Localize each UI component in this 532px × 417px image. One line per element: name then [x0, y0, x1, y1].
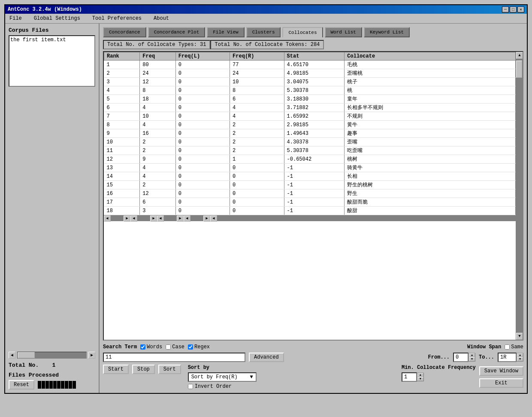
freql-hscroll[interactable] — [164, 216, 177, 221]
table-row[interactable]: 8 4 0 2 2.98185 黄牛 — [104, 121, 516, 129]
cell-stat: 5.30378 — [284, 146, 345, 155]
freqr-hscroll[interactable] — [190, 216, 203, 221]
sort-dropdown[interactable]: Sort by Freq(R) ▼ — [188, 372, 257, 382]
hscroll-r3[interactable]: ► — [177, 216, 184, 222]
menu-about[interactable]: About — [151, 15, 172, 22]
scroll-right-arrow[interactable]: ► — [88, 352, 95, 359]
table-row[interactable]: 11 2 0 2 5.30378 吃歪嘴 — [104, 146, 516, 155]
hscroll-r4[interactable]: ► — [203, 216, 210, 222]
from-up-arrow[interactable]: ▲ — [469, 353, 475, 357]
invert-checkbox[interactable] — [188, 384, 193, 389]
regex-checkbox-label[interactable]: Regex — [188, 344, 210, 350]
hscroll-r1[interactable]: ► — [124, 216, 130, 222]
from-down-arrow[interactable]: ▼ — [469, 357, 475, 361]
hscroll-l4[interactable]: ◄ — [184, 216, 190, 222]
cell-stat: -1 — [284, 198, 345, 207]
hscroll-l3[interactable]: ◄ — [157, 216, 164, 222]
hscroll-left[interactable]: ◄ — [104, 216, 111, 222]
cell-freq-r: 4 — [230, 103, 284, 112]
table-row[interactable]: 17 6 0 0 -1 酸甜而脆 — [104, 198, 516, 207]
stop-button[interactable]: Stop — [132, 365, 155, 374]
minimize-button[interactable]: ─ — [502, 6, 509, 12]
sort-button[interactable]: Sort — [158, 365, 181, 374]
table-row[interactable]: 15 2 0 0 -1 野生的桃树 — [104, 181, 516, 189]
progress-seg-2 — [42, 381, 45, 389]
table-row[interactable]: 13 4 0 0 -1 骑黄牛 — [104, 164, 516, 172]
to-up-arrow[interactable]: ▲ — [517, 353, 523, 357]
table-row[interactable]: 10 2 0 2 4.30378 歪嘴 — [104, 138, 516, 146]
list-item[interactable]: the first item.txt — [10, 37, 94, 43]
regex-checkbox[interactable] — [188, 344, 193, 350]
cell-rank: 2 — [104, 69, 140, 78]
same-checkbox-label[interactable]: Same — [505, 344, 523, 350]
min-collocate-input[interactable] — [402, 372, 417, 382]
words-checkbox[interactable] — [140, 344, 145, 350]
tab-file-view[interactable]: File View — [207, 27, 244, 37]
scroll-track[interactable] — [17, 352, 87, 359]
col-header-freq-l: Freq(L) — [175, 52, 230, 61]
rank-hscroll[interactable] — [111, 216, 124, 221]
vscroll-down[interactable]: ▼ — [516, 333, 523, 340]
hscroll-r2[interactable]: ► — [150, 216, 157, 222]
hscroll-l5[interactable]: ◄ — [210, 216, 217, 222]
words-checkbox-label[interactable]: Words — [140, 344, 162, 350]
min-collocate-label: Min. Collocate Frequency — [402, 365, 476, 371]
advanced-button[interactable]: Advanced — [249, 353, 284, 362]
table-row[interactable]: 4 8 0 8 5.30378 桃 — [104, 86, 516, 95]
progress-seg-1 — [38, 381, 41, 389]
vscroll-track[interactable] — [516, 59, 523, 333]
same-checkbox[interactable] — [505, 344, 510, 350]
close-button[interactable]: ✕ — [517, 6, 524, 12]
maximize-button[interactable]: □ — [510, 6, 517, 12]
cell-freq-r: 24 — [230, 69, 284, 78]
tab-clusters[interactable]: Clusters — [246, 27, 281, 37]
table-row[interactable]: 14 4 0 0 -1 长相 — [104, 172, 516, 181]
menu-file[interactable]: File — [7, 15, 24, 22]
vscroll-up[interactable]: ▲ — [516, 52, 523, 59]
hscroll-l2[interactable]: ◄ — [130, 216, 137, 222]
cell-freq: 4 — [140, 103, 175, 112]
case-checkbox-label[interactable]: Case — [166, 344, 184, 350]
table-row[interactable]: 6 4 0 4 3.71882 长相多半不规则 — [104, 103, 516, 112]
tab-collocates[interactable]: Collocates — [282, 27, 323, 37]
tab-concordance-plot[interactable]: Concordance Plot — [148, 27, 206, 37]
cell-stat: -1 — [284, 189, 345, 198]
tab-keyword-list[interactable]: Keyword List — [364, 27, 410, 37]
table-row[interactable]: 9 16 0 2 1.49643 趣事 — [104, 129, 516, 138]
menu-tool-preferences[interactable]: Tool Preferences — [90, 15, 144, 22]
case-checkbox[interactable] — [166, 344, 171, 350]
table-row[interactable]: 7 10 0 4 1.65992 不规则 — [104, 112, 516, 121]
min-up-arrow[interactable]: ▲ — [417, 373, 423, 377]
scroll-left-arrow[interactable]: ◄ — [9, 352, 15, 359]
table-row[interactable]: 3 12 0 10 3.04075 桃子 — [104, 78, 516, 86]
cell-stat: 3.04075 — [284, 78, 345, 86]
to-input[interactable] — [498, 353, 517, 362]
freq-hscroll[interactable] — [137, 216, 150, 221]
scroll-thumb[interactable] — [18, 352, 35, 358]
min-down-arrow[interactable]: ▼ — [417, 377, 423, 381]
tab-concordance[interactable]: Concordance — [103, 27, 146, 37]
cell-collocate: 歪嘴桃 — [345, 69, 516, 78]
cell-freq-l: 0 — [175, 155, 230, 164]
from-input[interactable] — [453, 353, 469, 362]
cell-rank: 9 — [104, 129, 140, 138]
reset-button[interactable]: Reset — [9, 380, 34, 390]
table-scroll-area[interactable]: Rank Freq Freq(L) Freq(R) Stat Collocate… — [104, 52, 516, 340]
search-input[interactable] — [103, 353, 245, 362]
table-row[interactable]: 2 24 0 24 4.98185 歪嘴桃 — [104, 69, 516, 78]
total-no-label: Total No. — [9, 362, 39, 368]
start-button[interactable]: Start — [103, 365, 129, 374]
tab-word-list[interactable]: Word List — [325, 27, 362, 37]
table-row[interactable]: 1 80 0 77 4.65170 毛桃 — [104, 61, 516, 69]
table-row[interactable]: 18 3 0 0 -1 酸甜 — [104, 207, 516, 215]
collocate-hscroll[interactable] — [217, 216, 516, 221]
vscroll-thumb[interactable] — [516, 61, 522, 78]
save-window-button[interactable]: Save Window — [479, 366, 523, 376]
cell-rank: 10 — [104, 138, 140, 146]
table-row[interactable]: 16 12 0 0 -1 野生 — [104, 189, 516, 198]
menu-global-settings[interactable]: Global Settings — [31, 15, 83, 22]
table-row[interactable]: 5 18 0 6 3.18830 童年 — [104, 95, 516, 103]
exit-button[interactable]: Exit — [479, 378, 523, 388]
to-down-arrow[interactable]: ▼ — [517, 357, 523, 361]
table-row[interactable]: 12 9 0 1 -0.65042 桃树 — [104, 155, 516, 164]
